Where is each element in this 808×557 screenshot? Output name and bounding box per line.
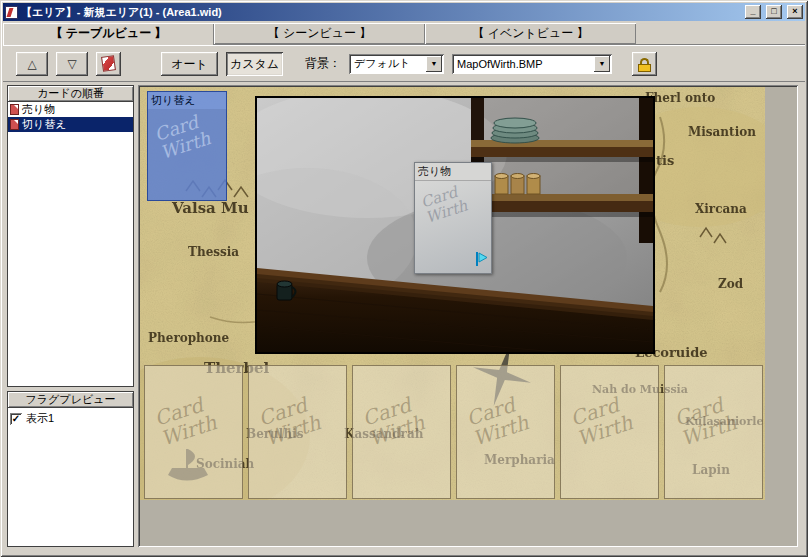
chevron-down-icon[interactable]: ▼ (594, 56, 610, 72)
tab-scene-view[interactable]: 【 シーンビュー 】 (214, 23, 425, 44)
flag-icon (475, 251, 489, 267)
map-label: Fherl onto (645, 91, 715, 105)
list-item-kirikae[interactable]: 切り替え (8, 117, 133, 132)
card-order-header: カードの順番 (7, 85, 134, 102)
main-content: カードの順番 売り物 切り替え フラグプレビュー ✓ (3, 82, 805, 549)
move-down-button[interactable]: ▽ (56, 52, 88, 76)
area-card[interactable]: Card Wirth (248, 365, 347, 499)
add-card-button[interactable] (96, 52, 121, 76)
map-label: Zod (718, 277, 743, 291)
window-title: 【エリア】- 新規エリア(1) - (Area1.wid) (21, 3, 740, 21)
card-watermark: Card Wirth (672, 392, 739, 450)
map-label: Valsa Mu (172, 199, 249, 217)
card-icon (10, 104, 19, 115)
bg-file-select[interactable]: MapOfWirth.BMP ▼ (452, 54, 612, 74)
custom-button[interactable]: カスタム (226, 52, 283, 76)
table-view-canvas: Fherl ontotisMisantionXircanaZodValsa Mu… (138, 85, 798, 547)
move-up-button[interactable]: △ (16, 52, 48, 76)
scene-image[interactable]: 売り物 Card Wirth (255, 96, 655, 354)
flag-label: 表示1 (26, 411, 54, 426)
app-window: 【エリア】- 新規エリア(1) - (Area1.wid) _ □ × 【 テー… (0, 0, 808, 557)
map-label: Misantion (688, 125, 756, 139)
list-item-urimono[interactable]: 売り物 (8, 102, 133, 117)
map-background[interactable]: Fherl ontotisMisantionXircanaZodValsa Mu… (140, 87, 765, 500)
card-watermark: Card Wirth (419, 183, 469, 226)
area-card[interactable]: Card Wirth (664, 365, 763, 499)
map-label: Xircana (695, 202, 747, 216)
app-icon[interactable] (5, 6, 18, 19)
lock-button[interactable] (632, 52, 657, 76)
lock-icon-body (638, 64, 651, 72)
card-list[interactable]: 売り物 切り替え (7, 102, 134, 387)
close-button[interactable]: × (787, 5, 803, 19)
card-watermark: Card Wirth (464, 392, 531, 450)
flag-checkbox[interactable]: ✓ (10, 413, 22, 425)
tab-event-view[interactable]: 【 イベントビュー 】 (425, 23, 636, 44)
toolbar: △ ▽ オート カスタム 背景： デフォルト ▼ MapOfWirth.BMP … (3, 45, 805, 82)
map-label: Pherophone (148, 331, 229, 345)
list-item-label: 売り物 (22, 102, 55, 117)
card-title: 売り物 (415, 163, 491, 181)
bg-type-value: デフォルト (349, 56, 426, 71)
selected-card-kirikae[interactable]: 切り替え Card Wirth (147, 91, 227, 201)
card-watermark: Card Wirth (256, 392, 323, 450)
map-label: tis (656, 153, 674, 168)
minimize-button[interactable]: _ (745, 5, 761, 19)
tab-table-view[interactable]: 【 テーブルビュー 】 (3, 23, 214, 45)
card-icon (101, 55, 116, 72)
map-label: Thessia (188, 245, 239, 259)
area-card[interactable]: Card Wirth (560, 365, 659, 499)
cups (495, 174, 540, 195)
card-order-panel: カードの順番 売り物 切り替え (7, 85, 134, 387)
card-row: Card WirthCard WirthCard WirthCard Wirth… (144, 365, 763, 499)
flag-checkbox-row[interactable]: ✓ 表示1 (8, 408, 133, 429)
chevron-down-icon[interactable]: ▼ (426, 56, 442, 72)
flag-preview-header: フラグプレビュー (7, 391, 134, 408)
card-title: 切り替え (148, 92, 226, 109)
background-label: 背景： (305, 55, 341, 72)
plates (491, 118, 539, 143)
bg-file-value: MapOfWirth.BMP (452, 58, 594, 70)
title-bar[interactable]: 【エリア】- 新規エリア(1) - (Area1.wid) _ □ × (3, 3, 805, 21)
card-watermark: Card Wirth (360, 392, 427, 450)
flag-preview-panel: フラグプレビュー ✓ 表示1 (7, 391, 134, 547)
card-icon (10, 119, 19, 130)
maximize-button[interactable]: □ (766, 5, 782, 19)
bg-type-select[interactable]: デフォルト ▼ (349, 54, 444, 74)
auto-button[interactable]: オート (161, 52, 218, 76)
scene-card-urimono[interactable]: 売り物 Card Wirth (414, 162, 492, 274)
card-watermark: Card Wirth (152, 111, 213, 163)
tab-bar: 【 テーブルビュー 】 【 シーンビュー 】 【 イベントビュー 】 (3, 23, 805, 45)
card-watermark: Card Wirth (568, 392, 635, 450)
area-card[interactable]: Card Wirth (456, 365, 555, 499)
sidebar: カードの順番 売り物 切り替え フラグプレビュー ✓ (7, 85, 134, 547)
list-item-label: 切り替え (22, 117, 67, 132)
card-watermark: Card Wirth (152, 392, 219, 450)
flag-list: ✓ 表示1 (7, 408, 134, 547)
area-card[interactable]: Card Wirth (352, 365, 451, 499)
area-card[interactable]: Card Wirth (144, 365, 243, 499)
